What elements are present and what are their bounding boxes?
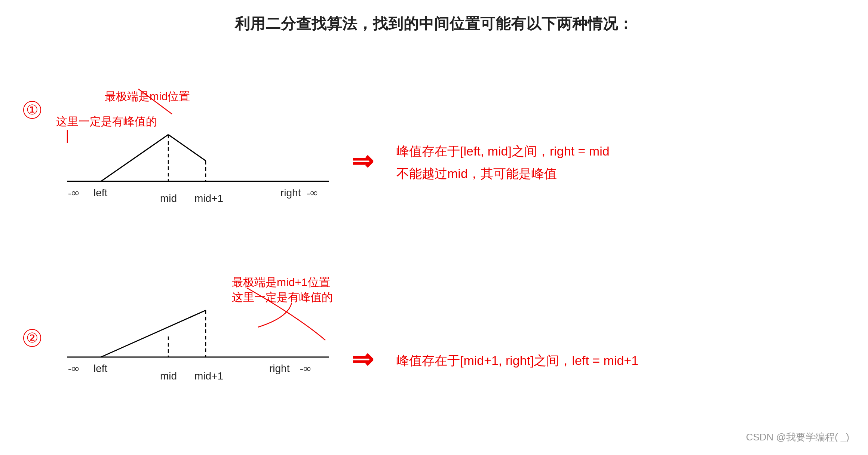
page-title: 利用二分查找算法，找到的中间位置可能有以下两种情况： (0, 0, 868, 34)
case1-diagram: -∞ left mid mid+1 right -∞ (45, 112, 352, 209)
svg-text:right: right (269, 363, 290, 374)
page-container: 利用二分查找算法，找到的中间位置可能有以下两种情况： ① 最极端是mid位置 这… (0, 0, 868, 455)
case2-diagram: -∞ left mid mid+1 right -∞ (45, 288, 352, 393)
svg-text:mid+1: mid+1 (194, 193, 223, 204)
svg-line-14 (101, 310, 206, 357)
svg-text:-∞: -∞ (68, 363, 79, 374)
svg-text:-∞: -∞ (300, 363, 311, 374)
case2-num: ② (23, 329, 41, 347)
svg-text:-∞: -∞ (307, 187, 318, 199)
case1-arrow: ⇒ (352, 146, 374, 176)
svg-text:mid: mid (160, 370, 177, 382)
svg-text:right: right (280, 187, 301, 199)
svg-text:left: left (93, 187, 108, 199)
svg-text:mid: mid (160, 193, 177, 204)
case1-result: 峰值存在于[left, mid]之间，right = mid 不能越过mid，其… (396, 140, 610, 185)
case1-num: ① (23, 101, 41, 119)
case2-result: 峰值存在于[mid+1, right]之间，left = mid+1 (396, 350, 638, 372)
svg-text:-∞: -∞ (68, 187, 79, 199)
svg-text:mid+1: mid+1 (194, 370, 223, 382)
svg-text:left: left (93, 363, 108, 374)
svg-line-3 (101, 135, 168, 181)
watermark: CSDN @我要学编程( _) (746, 431, 849, 444)
case1-result-line1: 峰值存在于[left, mid]之间，right = mid (396, 140, 610, 163)
case2-arrow: ⇒ (352, 344, 374, 375)
svg-line-4 (168, 135, 206, 161)
case1-result-line2: 不能越过mid，其可能是峰值 (396, 163, 610, 185)
case2-result-line1: 峰值存在于[mid+1, right]之间，left = mid+1 (396, 350, 638, 372)
svg-line-0 (138, 89, 172, 114)
